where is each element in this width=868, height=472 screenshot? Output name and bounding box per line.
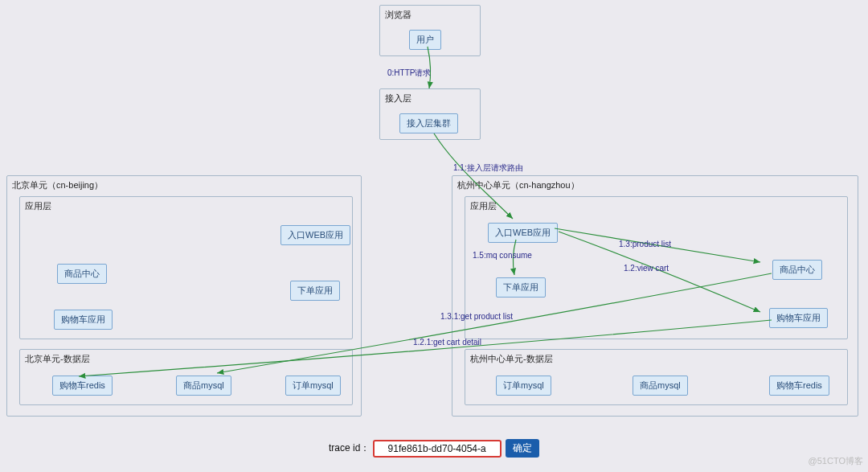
- group-access: 接入层 接入层集群: [379, 88, 481, 140]
- edge-label-15: 1.5:mq consume: [473, 251, 532, 260]
- node-bj-order-mysql[interactable]: 订单mysql: [285, 376, 341, 396]
- group-label: 应用层: [25, 200, 51, 212]
- node-bj-cart-app[interactable]: 购物车应用: [54, 310, 113, 330]
- node-bj-product-mysql[interactable]: 商品mysql: [176, 376, 231, 396]
- group-label: 浏览器: [385, 9, 411, 21]
- node-hz-product-center[interactable]: 商品中心: [772, 260, 822, 280]
- group-hangzhou-unit: 杭州中心单元（cn-hangzhou） 应用层 入口WEB应用 下单应用 商品中…: [452, 175, 858, 417]
- trace-id-label: trace id：: [329, 442, 370, 454]
- node-hz-cart-redis[interactable]: 购物车redis: [769, 376, 829, 396]
- node-bj-cart-redis[interactable]: 购物车redis: [52, 376, 113, 396]
- confirm-button[interactable]: 确定: [506, 439, 539, 458]
- node-user[interactable]: 用户: [409, 30, 441, 50]
- edge-label-121: 1.2.1:get cart detail: [413, 338, 481, 347]
- edge-label-0: 0:HTTP请求: [387, 68, 431, 79]
- node-hz-cart-app[interactable]: 购物车应用: [769, 308, 828, 328]
- node-hz-order-app[interactable]: 下单应用: [496, 277, 546, 298]
- trace-id-input[interactable]: 91fe861b-dd70-4054-a: [373, 440, 502, 458]
- group-beijing-app: 应用层 入口WEB应用 商品中心 下单应用 购物车应用: [19, 196, 353, 339]
- group-label: 杭州中心单元-数据层: [470, 353, 553, 365]
- group-label: 应用层: [470, 200, 497, 212]
- edge-label-11: 1.1:接入层请求路由: [453, 162, 523, 174]
- group-label: 杭州中心单元（cn-hangzhou）: [457, 179, 579, 191]
- group-beijing-data: 北京单元-数据层 购物车redis 商品mysql 订单mysql: [19, 349, 353, 405]
- group-label: 接入层: [385, 92, 411, 105]
- node-bj-order-app[interactable]: 下单应用: [290, 281, 340, 301]
- group-label: 北京单元（cn-beijing）: [12, 179, 103, 191]
- edge-label-12: 1.2:view cart: [624, 264, 669, 273]
- group-beijing-unit: 北京单元（cn-beijing） 应用层 入口WEB应用 商品中心 下单应用 购…: [6, 175, 362, 417]
- group-label: 北京单元-数据层: [25, 353, 90, 365]
- node-bj-product-center[interactable]: 商品中心: [57, 264, 107, 284]
- node-hz-web[interactable]: 入口WEB应用: [488, 223, 558, 243]
- edge-label-131: 1.3.1:get product list: [440, 312, 513, 321]
- edge-label-13: 1.3:product list: [619, 240, 671, 248]
- diagram-canvas: 浏览器 用户 接入层 接入层集群 北京单元（cn-beijing） 应用层 入口…: [0, 0, 868, 472]
- node-access-cluster[interactable]: 接入层集群: [399, 113, 458, 133]
- footer-bar: trace id： 91fe861b-dd70-4054-a 确定: [0, 439, 868, 458]
- group-hangzhou-data: 杭州中心单元-数据层 订单mysql 商品mysql 购物车redis: [465, 349, 848, 405]
- node-hz-product-mysql[interactable]: 商品mysql: [633, 376, 688, 396]
- node-hz-order-mysql[interactable]: 订单mysql: [496, 376, 551, 396]
- watermark: @51CTO博客: [809, 455, 863, 467]
- node-bj-web[interactable]: 入口WEB应用: [280, 225, 350, 245]
- group-browser: 浏览器 用户: [379, 5, 481, 56]
